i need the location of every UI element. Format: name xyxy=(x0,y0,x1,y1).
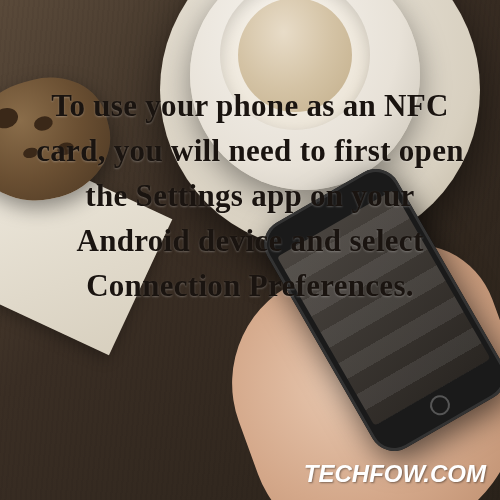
instruction-text: To use your phone as an NFC card, you wi… xyxy=(35,84,465,309)
phone-home-button xyxy=(426,392,453,419)
watermark-text: TECHFOW.COM xyxy=(304,460,486,488)
text-overlay-container: To use your phone as an NFC card, you wi… xyxy=(0,84,500,309)
